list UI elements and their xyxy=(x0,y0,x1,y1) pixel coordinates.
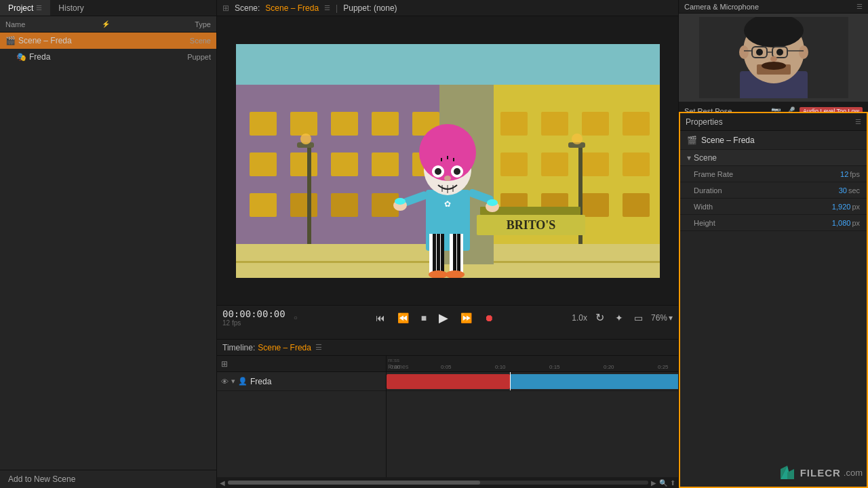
svg-point-86 xyxy=(770,56,777,62)
scene-label: Scene: xyxy=(235,3,260,13)
frame-back-button[interactable]: ⏪ xyxy=(395,311,412,325)
file-list-header: Name ⚡ Type xyxy=(0,16,216,33)
scene-canvas: BRITO'S ✿ xyxy=(236,44,660,278)
scene-icon: 🎬 xyxy=(687,136,697,145)
timeline-scroll-right-icon[interactable]: ▶ xyxy=(651,479,656,487)
aspect-ratio-button[interactable]: ▭ xyxy=(631,311,646,325)
svg-point-84 xyxy=(756,49,763,56)
center-area: ⊞ Scene: Scene – Freda ☰ | Puppet: (none… xyxy=(217,0,678,488)
svg-point-58 xyxy=(454,168,460,175)
prop-value-height[interactable]: 1,080 xyxy=(832,219,851,227)
tab-history[interactable]: History xyxy=(50,0,92,16)
svg-text:✿: ✿ xyxy=(444,199,451,209)
panel-icon: ⊞ xyxy=(222,3,229,13)
file-row-puppet[interactable]: 🎭 Freda Puppet xyxy=(0,49,216,65)
svg-rect-14 xyxy=(250,193,277,217)
filecr-logo-svg xyxy=(777,462,797,483)
audio-warning-badge: Audio Level Too Low xyxy=(800,107,863,112)
play-button[interactable]: ▶ xyxy=(436,309,451,327)
timecode-marker: ○ xyxy=(294,314,298,321)
scene-name-display: Scene – Freda xyxy=(265,3,319,13)
settings-button[interactable]: ✦ xyxy=(612,311,626,325)
puppet-file-icon: 🎭 xyxy=(16,52,26,62)
track-row-freda: 👁 ▾ 👤 Freda xyxy=(217,372,386,391)
camera-icon[interactable]: 📷 xyxy=(771,106,781,112)
prop-value-duration[interactable]: 30 xyxy=(839,186,847,195)
scene-header-menu[interactable]: ☰ xyxy=(324,4,330,12)
prop-row-height: Height 1,080 px xyxy=(680,215,867,231)
svg-point-67 xyxy=(395,198,406,205)
svg-point-59 xyxy=(444,176,451,181)
prop-value-framerate[interactable]: 12 xyxy=(840,170,848,178)
svg-point-77 xyxy=(739,45,749,59)
puppet-type-label: Puppet xyxy=(187,53,211,61)
track-freda-controls: 👁 ▾ 👤 Freda xyxy=(217,372,387,390)
loop-button[interactable]: ↻ xyxy=(593,310,607,325)
svg-rect-21 xyxy=(582,112,609,136)
track-arrow-icon[interactable]: ▾ xyxy=(231,377,235,386)
prop-value-width[interactable]: 1,920 xyxy=(832,203,851,211)
timeline-controls-icon[interactable]: ⊞ xyxy=(221,359,228,369)
timeline-menu-icon[interactable]: ☰ xyxy=(315,343,322,352)
properties-menu-icon[interactable]: ☰ xyxy=(855,118,861,125)
svg-rect-16 xyxy=(331,193,358,217)
prop-unit-duration: sec xyxy=(848,186,860,195)
puppet-name-label: Freda xyxy=(29,52,50,62)
timeline-ruler[interactable]: Frames m:ss 0:00 0:05 0:10 0:15 0:20 0:2… xyxy=(387,356,678,372)
svg-rect-5 xyxy=(290,112,317,136)
svg-rect-22 xyxy=(623,112,650,136)
zoom-dropdown[interactable]: 76% ▾ xyxy=(651,313,673,323)
puppet-none-label: Puppet: (none) xyxy=(343,3,397,13)
prop-section-arrow[interactable]: ▾ xyxy=(687,153,691,163)
skip-to-start-button[interactable]: ⏮ xyxy=(373,311,388,325)
timecode-display: 00:00:00:00 xyxy=(222,308,285,319)
ruler-mark-20: 0:20 xyxy=(604,364,614,370)
add-scene-button[interactable]: Add to New Scene xyxy=(0,470,216,488)
scene-file-icon: 🎬 xyxy=(5,36,16,45)
filter-icon[interactable]: ⚡ xyxy=(102,20,110,28)
panel-tabs: Project ☰ History xyxy=(0,0,216,16)
svg-rect-10 xyxy=(290,152,317,176)
prop-section-label: Scene xyxy=(694,153,717,163)
timeline-zoom-in-icon[interactable]: ⬆ xyxy=(670,479,675,487)
microphone-icon[interactable]: 🎤 xyxy=(785,106,795,112)
svg-point-37 xyxy=(572,134,583,144)
ruler-mark-10: 0:10 xyxy=(495,364,506,370)
camera-section: Camera & Microphone ☰ xyxy=(679,0,868,112)
timeline-area: Timeline: Scene – Freda ☰ ⊞ � xyxy=(217,339,678,488)
timeline-header: Timeline: Scene – Freda ☰ xyxy=(217,340,678,356)
track-bar-red xyxy=(387,374,510,389)
svg-rect-24 xyxy=(541,152,568,176)
file-row-scene[interactable]: 🎬 Scene – Freda Scene xyxy=(0,33,216,49)
tab-project-label: Project xyxy=(8,3,33,13)
frame-forward-button[interactable]: ⏩ xyxy=(458,311,475,325)
record-button[interactable]: ⏺ xyxy=(481,311,496,325)
zoom-value: 76% xyxy=(651,313,667,323)
speed-label: 1.0x xyxy=(572,313,587,323)
freda-track-timeline[interactable] xyxy=(387,372,678,390)
viewport: BRITO'S ✿ xyxy=(217,16,678,305)
svg-rect-44 xyxy=(433,234,436,274)
properties-section: Properties ☰ 🎬 Scene – Freda ▾ Scene Fra… xyxy=(679,112,868,488)
camera-menu-icon[interactable]: ☰ xyxy=(856,3,863,10)
track-person-icon: 👤 xyxy=(238,377,248,386)
set-rest-pose-button[interactable]: Set Rest Pose xyxy=(684,107,767,112)
timeline-scrollbar[interactable] xyxy=(228,481,648,485)
scene-name-label: Scene – Freda xyxy=(18,36,72,45)
svg-rect-26 xyxy=(623,152,650,176)
tab-project[interactable]: Project ☰ xyxy=(0,0,50,16)
timeline-zoom-out-icon[interactable]: 🔍 xyxy=(659,479,667,487)
file-tree: 🎬 Scene – Freda Scene 🎭 Freda Puppet xyxy=(0,33,216,470)
properties-title: Properties xyxy=(686,117,852,127)
ruler-mss-label: m:ss xyxy=(388,357,399,363)
track-eye-icon[interactable]: 👁 xyxy=(221,378,229,386)
svg-rect-11 xyxy=(331,152,358,176)
svg-rect-7 xyxy=(372,112,399,136)
timeline-scroll-left-icon[interactable]: ◀ xyxy=(220,479,225,487)
col-name: Name xyxy=(5,20,102,28)
stop-button[interactable]: ■ xyxy=(418,311,429,325)
project-tab-menu-icon[interactable]: ☰ xyxy=(36,4,42,12)
filecr-watermark: FILECR .com xyxy=(777,462,863,483)
prop-row-width: Width 1,920 px xyxy=(680,199,867,215)
timeline-ruler-area: Frames m:ss 0:00 0:05 0:10 0:15 0:20 0:2… xyxy=(387,356,678,477)
